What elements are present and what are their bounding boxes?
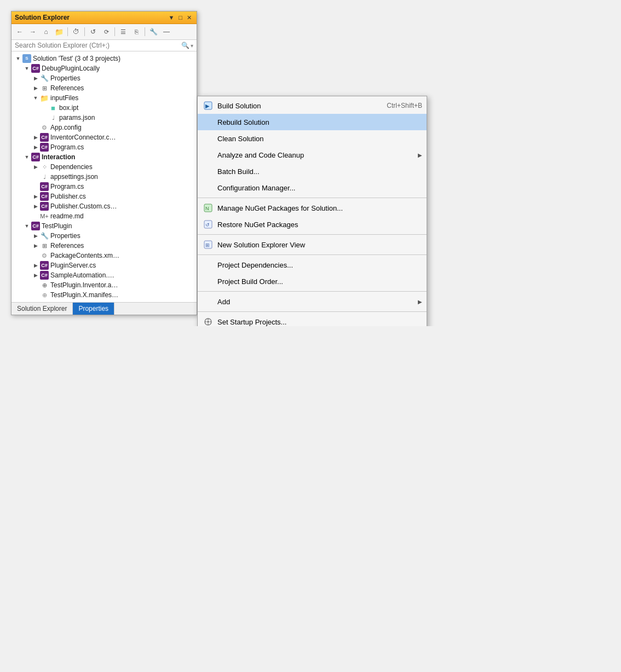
tree-item-references1[interactable]: ⊞ References <box>12 83 197 93</box>
tree-item-program1[interactable]: C# Program.cs <box>12 142 197 152</box>
properties1-label: Properties <box>50 74 81 82</box>
menu-item-clean-solution[interactable]: Clean Solution <box>198 130 427 147</box>
tree-item-readme[interactable]: M+ readme.md <box>12 211 197 221</box>
properties1-expand[interactable] <box>31 74 40 83</box>
tree-item-inputfiles[interactable]: 📁 inputFiles <box>12 93 197 103</box>
batch-icon <box>202 165 214 177</box>
inputfiles-label: inputFiles <box>50 94 78 102</box>
tree-item-paramsjson[interactable]: ♩ params.json <box>12 113 197 123</box>
program1-label: Program.cs <box>50 143 84 151</box>
inventorconnector-label: InventorConnector.c… <box>50 134 116 141</box>
menu-item-set-startup[interactable]: Set Startup Projects... <box>198 314 427 326</box>
analyze-cleanup-label: Analyze and Code Cleanup <box>217 151 416 159</box>
tree-item-properties1[interactable]: 🔧 Properties <box>12 73 197 83</box>
tree-item-interaction[interactable]: C# Interaction <box>12 152 197 162</box>
tree-item-testpluginmanifest[interactable]: ⊕ TestPlugin.X.manifes… <box>12 290 197 300</box>
separator4 <box>198 291 427 292</box>
separator3 <box>114 27 115 36</box>
references2-expand[interactable] <box>31 241 40 250</box>
dependencies-label: Dependencies <box>50 163 93 171</box>
tree-item-testplugin[interactable]: C# TestPlugin <box>12 221 197 231</box>
publishercustom-label: Publisher.Custom.cs… <box>50 202 117 210</box>
inventorconnector-expand[interactable] <box>31 133 40 142</box>
menu-item-nuget[interactable]: N Manage NuGet Packages for Solution... <box>198 200 427 216</box>
interaction-expand[interactable] <box>22 153 31 161</box>
tree-item-properties2[interactable]: 🔧 Properties <box>12 231 197 241</box>
separator2 <box>198 234 427 235</box>
maximize-button[interactable]: □ <box>177 14 184 21</box>
readme-label: readme.md <box>50 212 84 220</box>
forward-button[interactable]: → <box>27 26 39 38</box>
new-folder-button[interactable]: 📁 <box>53 26 65 38</box>
pin-button[interactable]: ▼ <box>166 14 176 21</box>
tree-item-publisher[interactable]: C# Publisher.cs <box>12 192 197 201</box>
csharp2-icon: C# <box>40 133 49 142</box>
solution-expand[interactable] <box>14 54 22 63</box>
paramsjson-expand <box>40 113 49 122</box>
menu-item-batch-build[interactable]: Batch Build... <box>198 163 427 179</box>
tree-item-debugplugin[interactable]: C# DebugPluginLocally <box>12 63 197 73</box>
menu-item-add[interactable]: Add ▶ <box>198 293 427 310</box>
search-dropdown[interactable]: ▾ <box>191 43 193 49</box>
menu-item-build-order[interactable]: Project Build Order... <box>198 273 427 289</box>
sampleauto-expand[interactable] <box>31 271 40 280</box>
menu-item-analyze-cleanup[interactable]: Analyze and Code Cleanup ▶ <box>198 147 427 163</box>
pin2-button[interactable]: — <box>160 26 173 38</box>
menu-item-rebuild-solution[interactable]: Rebuild Solution <box>198 114 427 130</box>
copy-button[interactable]: ⎘ <box>130 26 142 38</box>
references1-expand[interactable] <box>31 84 40 92</box>
inputfiles-expand[interactable] <box>31 94 40 102</box>
dependencies-expand[interactable] <box>31 163 40 171</box>
search-icon[interactable]: 🔍 <box>181 42 189 49</box>
appconfig-label: App.config <box>50 124 82 131</box>
debugplugin-expand[interactable] <box>22 64 31 73</box>
settings-button[interactable]: 🔧 <box>147 26 159 38</box>
wrench-icon: 🔧 <box>40 74 49 83</box>
packagecontents-expand <box>31 251 40 260</box>
restore-nuget-icon: ↺ <box>202 218 214 230</box>
tree-item-sampleauto[interactable]: C# SampleAutomation.… <box>12 270 197 280</box>
tree-item-pluginserver[interactable]: C# PluginServer.cs <box>12 260 197 270</box>
batch-build-label: Batch Build... <box>217 167 422 176</box>
build-solution-shortcut: Ctrl+Shift+B <box>387 102 422 109</box>
tree-item-testplugininventor[interactable]: ⊕ TestPlugin.Inventor.a… <box>12 280 197 290</box>
md-icon: M+ <box>40 212 49 221</box>
menu-item-restore-nuget[interactable]: ↺ Restore NuGet Packages <box>198 216 427 233</box>
back-button[interactable]: ← <box>14 26 26 38</box>
close-button[interactable]: ✕ <box>185 14 193 21</box>
tree-item-references2[interactable]: ⊞ References <box>12 241 197 251</box>
pluginserver-expand[interactable] <box>31 261 40 270</box>
program1-expand[interactable] <box>31 143 40 152</box>
appconfig-expand <box>31 123 40 132</box>
publisher-expand[interactable] <box>31 192 40 201</box>
tree-item-inventorconnector[interactable]: C# InventorConnector.c… <box>12 132 197 142</box>
tree-item-appsettings[interactable]: ♩ appsettings.json <box>12 172 197 182</box>
sync-button[interactable]: ↺ <box>87 26 99 38</box>
home-button[interactable]: ⌂ <box>40 26 52 38</box>
tree-item-dependencies[interactable]: ⁘ Dependencies <box>12 162 197 172</box>
refresh-button[interactable]: ⟳ <box>100 26 112 38</box>
pluginserver-label: PluginServer.cs <box>50 262 96 269</box>
tree-item-packagecontents[interactable]: ⚙ PackageContents.xm… <box>12 251 197 260</box>
tree-item-program2[interactable]: C# Program.cs <box>12 182 197 192</box>
testplugin-expand[interactable] <box>22 222 31 230</box>
tree-item-boxipt[interactable]: ■ box.ipt <box>12 103 197 113</box>
tab-solution-explorer[interactable]: Solution Explorer <box>12 303 73 315</box>
menu-item-config-manager[interactable]: Configuration Manager... <box>198 179 427 196</box>
json2-icon: ♩ <box>40 172 49 181</box>
pending-changes-button[interactable]: ⏱ <box>70 26 82 38</box>
properties2-expand[interactable] <box>31 231 40 240</box>
publishercustom-expand[interactable] <box>31 202 40 211</box>
tab-properties[interactable]: Properties <box>73 303 114 315</box>
filter-button[interactable]: ☰ <box>117 26 129 38</box>
tree-item-appconfig[interactable]: ⚙ App.config <box>12 123 197 132</box>
menu-item-project-deps[interactable]: Project Dependencies... <box>198 257 427 273</box>
build-order-icon <box>202 275 214 287</box>
menu-item-new-explorer[interactable]: ⊞ New Solution Explorer View <box>198 236 427 253</box>
manifest-icon: ⊕ <box>40 291 49 299</box>
tree-item-solution[interactable]: S Solution 'Test' (3 of 3 projects) <box>12 54 197 63</box>
search-input[interactable] <box>15 42 181 49</box>
tree-item-publishercustom[interactable]: C# Publisher.Custom.cs… <box>12 201 197 211</box>
menu-item-build-solution[interactable]: ▶ Build Solution Ctrl+Shift+B <box>198 97 427 114</box>
folder-icon: 📁 <box>40 94 49 102</box>
